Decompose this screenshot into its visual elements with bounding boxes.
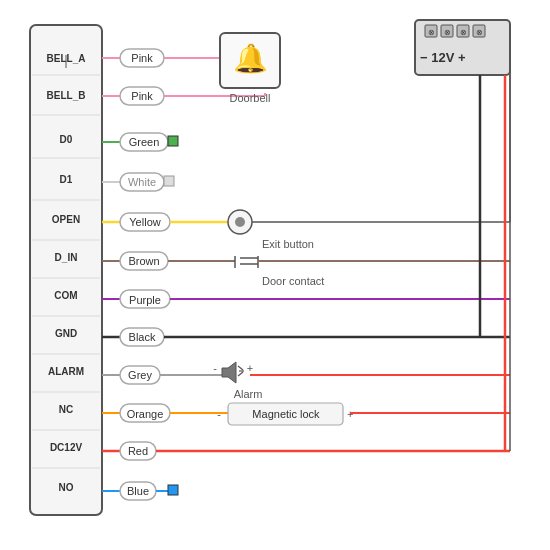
svg-text:Brown: Brown [128, 255, 159, 267]
svg-text:D1: D1 [60, 174, 73, 185]
svg-text:Pink: Pink [131, 90, 153, 102]
svg-text:OPEN: OPEN [52, 214, 80, 225]
svg-rect-68 [120, 328, 164, 346]
svg-text:Orange: Orange [127, 408, 164, 420]
svg-rect-97 [120, 482, 156, 500]
svg-text:Black: Black [129, 331, 156, 343]
svg-rect-100 [168, 485, 178, 495]
svg-text:Yellow: Yellow [129, 216, 160, 228]
svg-point-48 [235, 217, 245, 227]
svg-rect-88 [228, 403, 343, 425]
svg-text:⊗: ⊗ [476, 28, 483, 37]
svg-rect-38 [168, 136, 178, 146]
svg-text:D0: D0 [60, 134, 73, 145]
svg-text:Red: Red [128, 445, 148, 457]
svg-text:⊗: ⊗ [444, 28, 451, 37]
svg-text:Exit button: Exit button [262, 238, 314, 250]
svg-rect-84 [120, 404, 170, 422]
svg-rect-42 [164, 176, 174, 186]
svg-text:GND: GND [55, 328, 77, 339]
svg-text:Grey: Grey [128, 369, 152, 381]
svg-rect-26 [120, 49, 164, 67]
svg-text:NO: NO [59, 482, 74, 493]
svg-rect-64 [120, 290, 170, 308]
svg-text:BELL_A: BELL_A [47, 53, 86, 64]
svg-text:BELL_B: BELL_B [47, 90, 86, 101]
svg-text:Door contact: Door contact [262, 275, 324, 287]
svg-rect-103 [425, 25, 437, 37]
svg-text:Pink: Pink [131, 52, 153, 64]
svg-text:🔔: 🔔 [233, 42, 268, 75]
svg-text:D_IN: D_IN [55, 252, 78, 263]
svg-text:Purple: Purple [129, 294, 161, 306]
wiring-diagram: BELL_A BELL_B D0 D1 OPEN D_IN COM GND AL… [0, 0, 550, 550]
svg-text:⊗: ⊗ [460, 28, 467, 37]
svg-text:COM: COM [54, 290, 77, 301]
svg-rect-109 [473, 25, 485, 37]
svg-line-78 [238, 372, 243, 376]
svg-text:ALARM: ALARM [48, 366, 84, 377]
svg-text:+: + [347, 408, 353, 420]
svg-text:-: - [213, 362, 217, 374]
svg-text:⊗: ⊗ [428, 28, 435, 37]
svg-text:White: White [128, 176, 156, 188]
svg-marker-75 [222, 362, 236, 383]
svg-rect-93 [120, 442, 156, 460]
svg-text:DC12V: DC12V [50, 442, 83, 453]
svg-line-76 [238, 366, 243, 370]
svg-text:Magnetic lock: Magnetic lock [252, 408, 320, 420]
svg-rect-105 [441, 25, 453, 37]
wire-svg: BELL_A BELL_B D0 D1 OPEN D_IN COM GND AL… [0, 0, 550, 550]
svg-rect-72 [120, 366, 160, 384]
svg-text:Alarm: Alarm [234, 388, 263, 400]
svg-rect-31 [120, 87, 164, 105]
svg-rect-36 [120, 133, 168, 151]
svg-rect-114 [220, 33, 280, 88]
svg-rect-44 [120, 213, 170, 231]
svg-rect-54 [120, 252, 168, 270]
svg-text:NC: NC [59, 404, 73, 415]
svg-text:Green: Green [129, 136, 160, 148]
svg-text:-: - [217, 408, 221, 420]
svg-text:− 12V +: − 12V + [420, 50, 466, 65]
svg-rect-0 [30, 25, 102, 515]
svg-rect-102 [415, 20, 510, 75]
svg-rect-107 [457, 25, 469, 37]
svg-text:+: + [247, 362, 253, 374]
svg-rect-40 [120, 173, 164, 191]
svg-text:Doorbell: Doorbell [230, 92, 271, 104]
svg-point-47 [228, 210, 252, 234]
svg-text:Blue: Blue [127, 485, 149, 497]
